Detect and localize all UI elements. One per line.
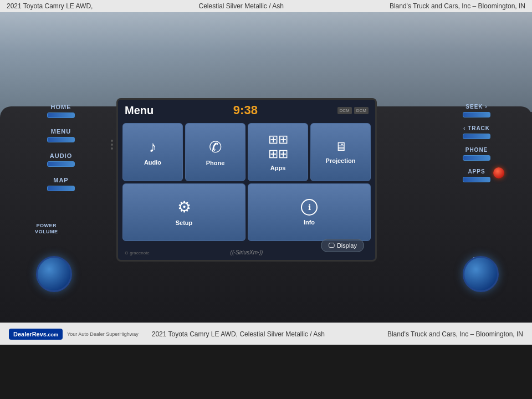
projection-icon: 🖥 xyxy=(335,140,347,154)
footer-left: DealerRevs.com Your Auto Dealer SuperHig… xyxy=(9,329,325,340)
track-button[interactable]: ‹ TRACK xyxy=(463,125,490,139)
apps-right-button[interactable]: APPS xyxy=(463,168,490,182)
seek-button[interactable]: SEEK › xyxy=(463,104,490,117)
screen-status-dcm1: DCM xyxy=(337,107,352,114)
audio-button[interactable]: AUDIO xyxy=(47,152,75,167)
screen-inner: Menu 9:38 DCM DCM ♪ Audio ✆ Phone ⊞⊞⊞ xyxy=(118,100,375,260)
home-button[interactable]: HOME xyxy=(47,104,75,118)
menu-item-setup[interactable]: ⚙ Setup xyxy=(122,183,245,242)
dealerrevs-logo: DealerRevs.com xyxy=(9,329,63,340)
logo-sub: Your Auto Dealer SuperHighway xyxy=(67,331,139,337)
screen-time: 9:38 xyxy=(233,103,258,117)
apps-right-button-bar xyxy=(463,177,490,182)
info-label: Info xyxy=(304,219,315,226)
phone-right-button[interactable]: PHONE xyxy=(463,147,490,161)
display-button[interactable]: 🖵 Display xyxy=(321,239,364,252)
menu-button-bar xyxy=(47,137,75,142)
phone-right-button-bar xyxy=(463,155,490,161)
menu-item-audio[interactable]: ♪ Audio xyxy=(122,123,183,181)
map-button[interactable]: MAP xyxy=(47,177,75,191)
screen-header: Menu 9:38 DCM DCM xyxy=(118,100,375,121)
menu-item-info[interactable]: ℹ Info xyxy=(248,183,371,242)
page-footer: DealerRevs.com Your Auto Dealer SuperHig… xyxy=(0,323,532,345)
right-control-panel: SEEK › ‹ TRACK PHONE APPS xyxy=(463,104,490,182)
home-button-bar xyxy=(47,112,75,118)
header-dealer: Bland's Truck and Cars, Inc – Bloomingto… xyxy=(390,2,525,10)
phone-icon: ✆ xyxy=(209,138,222,156)
dot xyxy=(111,144,113,146)
display-label: Display xyxy=(337,242,357,249)
gracenote-label: ⊙ gracenote xyxy=(125,250,150,255)
setup-label: Setup xyxy=(176,219,193,226)
apps-icon: ⊞⊞⊞⊞ xyxy=(268,132,288,161)
dot xyxy=(111,147,113,150)
info-icon: ℹ xyxy=(301,199,318,216)
car-photo-area: HOME MENU AUDIO MAP POWERVOLUME Menu 9:3… xyxy=(0,12,532,323)
projection-label: Projection xyxy=(326,157,356,164)
track-button-bar xyxy=(463,134,490,139)
phone-label: Phone xyxy=(206,160,225,166)
screen-menu-title: Menu xyxy=(125,104,154,117)
audio-button-bar xyxy=(47,161,75,167)
apps-label: Apps xyxy=(270,165,286,171)
menu-item-apps[interactable]: ⊞⊞⊞⊞ Apps xyxy=(248,123,308,181)
right-tune-knob[interactable] xyxy=(463,256,499,292)
setup-icon: ⚙ xyxy=(177,198,191,216)
header-subtitle: Celestial Silver Metallic / Ash xyxy=(198,2,283,10)
menu-item-projection[interactable]: 🖥 Projection xyxy=(310,123,371,181)
map-button-bar xyxy=(47,186,75,191)
left-control-panel: HOME MENU AUDIO MAP xyxy=(47,104,75,191)
logo-text: DealerRevs xyxy=(13,331,47,337)
page-header: 2021 Toyota Camry LE AWD, Celestial Silv… xyxy=(0,0,532,12)
infotainment-screen: Menu 9:38 DCM DCM ♪ Audio ✆ Phone ⊞⊞⊞ xyxy=(116,98,377,262)
footer-right-info: Bland's Truck and Cars, Inc – Bloomingto… xyxy=(387,330,523,338)
header-title: 2021 Toyota Camry LE AWD, xyxy=(7,2,93,10)
audio-icon: ♪ xyxy=(149,138,157,156)
footer-left-info: 2021 Toyota Camry LE AWD, Celestial Silv… xyxy=(152,330,325,338)
menu-grid-bottom: ⚙ Setup ℹ Info xyxy=(118,182,375,244)
menu-grid-top: ♪ Audio ✆ Phone ⊞⊞⊞⊞ Apps 🖥 Projection xyxy=(118,121,375,182)
red-indicator-light xyxy=(493,167,504,178)
menu-item-phone[interactable]: ✆ Phone xyxy=(185,123,245,181)
left-volume-knob[interactable] xyxy=(36,256,72,292)
audio-label: Audio xyxy=(144,159,161,166)
windshield-area xyxy=(0,12,532,112)
screen-status-icons: DCM DCM xyxy=(337,107,369,114)
dot xyxy=(111,140,113,142)
siriusxm-label: ((·SiriusXm·)) xyxy=(231,249,263,255)
seek-button-bar xyxy=(463,112,490,117)
display-icon: 🖵 xyxy=(328,242,335,249)
menu-button[interactable]: MENU xyxy=(47,128,75,142)
power-volume-label: POWERVOLUME xyxy=(35,223,58,235)
screen-status-dcm2: DCM xyxy=(354,107,369,114)
decoration-dots-left xyxy=(111,140,113,150)
logo-url: .com xyxy=(47,332,58,337)
